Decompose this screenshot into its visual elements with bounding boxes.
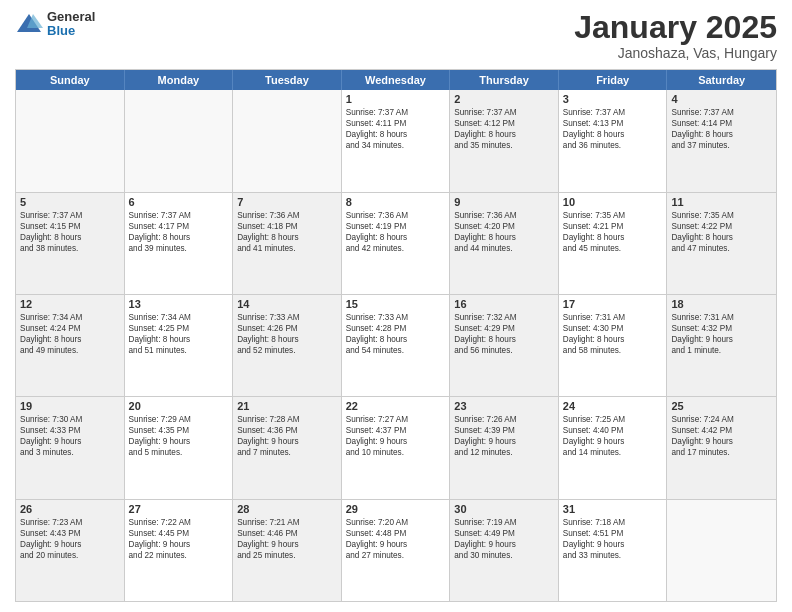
day-info: Sunrise: 7:37 AM Sunset: 4:11 PM Dayligh… — [346, 107, 446, 151]
calendar-cell: 23Sunrise: 7:26 AM Sunset: 4:39 PM Dayli… — [450, 397, 559, 498]
calendar-cell: 17Sunrise: 7:31 AM Sunset: 4:30 PM Dayli… — [559, 295, 668, 396]
calendar-cell: 25Sunrise: 7:24 AM Sunset: 4:42 PM Dayli… — [667, 397, 776, 498]
day-number: 13 — [129, 298, 229, 310]
logo-general-label: General — [47, 10, 95, 24]
calendar-cell: 9Sunrise: 7:36 AM Sunset: 4:20 PM Daylig… — [450, 193, 559, 294]
day-info: Sunrise: 7:32 AM Sunset: 4:29 PM Dayligh… — [454, 312, 554, 356]
day-number: 4 — [671, 93, 772, 105]
day-info: Sunrise: 7:30 AM Sunset: 4:33 PM Dayligh… — [20, 414, 120, 458]
day-info: Sunrise: 7:31 AM Sunset: 4:30 PM Dayligh… — [563, 312, 663, 356]
location-subtitle: Janoshaza, Vas, Hungary — [574, 45, 777, 61]
calendar-row: 19Sunrise: 7:30 AM Sunset: 4:33 PM Dayli… — [16, 397, 776, 499]
day-info: Sunrise: 7:34 AM Sunset: 4:25 PM Dayligh… — [129, 312, 229, 356]
day-number: 16 — [454, 298, 554, 310]
day-info: Sunrise: 7:25 AM Sunset: 4:40 PM Dayligh… — [563, 414, 663, 458]
day-number: 24 — [563, 400, 663, 412]
weekday-header: Friday — [559, 70, 668, 90]
day-info: Sunrise: 7:22 AM Sunset: 4:45 PM Dayligh… — [129, 517, 229, 561]
day-info: Sunrise: 7:26 AM Sunset: 4:39 PM Dayligh… — [454, 414, 554, 458]
weekday-header: Monday — [125, 70, 234, 90]
day-info: Sunrise: 7:36 AM Sunset: 4:20 PM Dayligh… — [454, 210, 554, 254]
calendar-cell: 22Sunrise: 7:27 AM Sunset: 4:37 PM Dayli… — [342, 397, 451, 498]
day-info: Sunrise: 7:31 AM Sunset: 4:32 PM Dayligh… — [671, 312, 772, 356]
day-number: 6 — [129, 196, 229, 208]
calendar-cell: 27Sunrise: 7:22 AM Sunset: 4:45 PM Dayli… — [125, 500, 234, 601]
day-number: 25 — [671, 400, 772, 412]
calendar-cell — [233, 90, 342, 191]
calendar-cell: 2Sunrise: 7:37 AM Sunset: 4:12 PM Daylig… — [450, 90, 559, 191]
day-number: 10 — [563, 196, 663, 208]
day-info: Sunrise: 7:23 AM Sunset: 4:43 PM Dayligh… — [20, 517, 120, 561]
day-info: Sunrise: 7:20 AM Sunset: 4:48 PM Dayligh… — [346, 517, 446, 561]
day-number: 18 — [671, 298, 772, 310]
weekday-header: Tuesday — [233, 70, 342, 90]
calendar-header: SundayMondayTuesdayWednesdayThursdayFrid… — [16, 70, 776, 90]
calendar-cell: 29Sunrise: 7:20 AM Sunset: 4:48 PM Dayli… — [342, 500, 451, 601]
day-info: Sunrise: 7:19 AM Sunset: 4:49 PM Dayligh… — [454, 517, 554, 561]
day-number: 30 — [454, 503, 554, 515]
day-number: 5 — [20, 196, 120, 208]
day-info: Sunrise: 7:37 AM Sunset: 4:13 PM Dayligh… — [563, 107, 663, 151]
calendar-cell: 12Sunrise: 7:34 AM Sunset: 4:24 PM Dayli… — [16, 295, 125, 396]
weekday-header: Sunday — [16, 70, 125, 90]
day-number: 14 — [237, 298, 337, 310]
calendar: SundayMondayTuesdayWednesdayThursdayFrid… — [15, 69, 777, 602]
calendar-cell: 16Sunrise: 7:32 AM Sunset: 4:29 PM Dayli… — [450, 295, 559, 396]
day-info: Sunrise: 7:24 AM Sunset: 4:42 PM Dayligh… — [671, 414, 772, 458]
calendar-cell: 5Sunrise: 7:37 AM Sunset: 4:15 PM Daylig… — [16, 193, 125, 294]
calendar-cell: 24Sunrise: 7:25 AM Sunset: 4:40 PM Dayli… — [559, 397, 668, 498]
day-info: Sunrise: 7:29 AM Sunset: 4:35 PM Dayligh… — [129, 414, 229, 458]
title-block: January 2025 Janoshaza, Vas, Hungary — [574, 10, 777, 61]
calendar-cell: 15Sunrise: 7:33 AM Sunset: 4:28 PM Dayli… — [342, 295, 451, 396]
calendar-row: 1Sunrise: 7:37 AM Sunset: 4:11 PM Daylig… — [16, 90, 776, 192]
calendar-cell: 26Sunrise: 7:23 AM Sunset: 4:43 PM Dayli… — [16, 500, 125, 601]
calendar-cell: 3Sunrise: 7:37 AM Sunset: 4:13 PM Daylig… — [559, 90, 668, 191]
calendar-cell: 6Sunrise: 7:37 AM Sunset: 4:17 PM Daylig… — [125, 193, 234, 294]
calendar-cell: 8Sunrise: 7:36 AM Sunset: 4:19 PM Daylig… — [342, 193, 451, 294]
day-number: 26 — [20, 503, 120, 515]
calendar-cell: 18Sunrise: 7:31 AM Sunset: 4:32 PM Dayli… — [667, 295, 776, 396]
day-number: 1 — [346, 93, 446, 105]
calendar-cell: 11Sunrise: 7:35 AM Sunset: 4:22 PM Dayli… — [667, 193, 776, 294]
day-info: Sunrise: 7:21 AM Sunset: 4:46 PM Dayligh… — [237, 517, 337, 561]
logo-blue-label: Blue — [47, 24, 95, 38]
logo: General Blue — [15, 10, 95, 39]
day-number: 7 — [237, 196, 337, 208]
day-info: Sunrise: 7:37 AM Sunset: 4:14 PM Dayligh… — [671, 107, 772, 151]
day-info: Sunrise: 7:34 AM Sunset: 4:24 PM Dayligh… — [20, 312, 120, 356]
logo-icon — [15, 10, 43, 38]
day-number: 15 — [346, 298, 446, 310]
calendar-row: 5Sunrise: 7:37 AM Sunset: 4:15 PM Daylig… — [16, 193, 776, 295]
calendar-cell: 20Sunrise: 7:29 AM Sunset: 4:35 PM Dayli… — [125, 397, 234, 498]
day-info: Sunrise: 7:35 AM Sunset: 4:21 PM Dayligh… — [563, 210, 663, 254]
day-info: Sunrise: 7:27 AM Sunset: 4:37 PM Dayligh… — [346, 414, 446, 458]
calendar-cell: 10Sunrise: 7:35 AM Sunset: 4:21 PM Dayli… — [559, 193, 668, 294]
calendar-cell: 4Sunrise: 7:37 AM Sunset: 4:14 PM Daylig… — [667, 90, 776, 191]
day-number: 22 — [346, 400, 446, 412]
logo-text: General Blue — [47, 10, 95, 39]
day-number: 27 — [129, 503, 229, 515]
day-info: Sunrise: 7:37 AM Sunset: 4:15 PM Dayligh… — [20, 210, 120, 254]
day-info: Sunrise: 7:18 AM Sunset: 4:51 PM Dayligh… — [563, 517, 663, 561]
day-number: 9 — [454, 196, 554, 208]
day-info: Sunrise: 7:33 AM Sunset: 4:28 PM Dayligh… — [346, 312, 446, 356]
day-number: 20 — [129, 400, 229, 412]
day-number: 21 — [237, 400, 337, 412]
day-number: 28 — [237, 503, 337, 515]
day-number: 12 — [20, 298, 120, 310]
day-number: 29 — [346, 503, 446, 515]
calendar-cell: 13Sunrise: 7:34 AM Sunset: 4:25 PM Dayli… — [125, 295, 234, 396]
header: General Blue January 2025 Janoshaza, Vas… — [15, 10, 777, 61]
calendar-cell: 14Sunrise: 7:33 AM Sunset: 4:26 PM Dayli… — [233, 295, 342, 396]
page: General Blue January 2025 Janoshaza, Vas… — [0, 0, 792, 612]
calendar-cell: 30Sunrise: 7:19 AM Sunset: 4:49 PM Dayli… — [450, 500, 559, 601]
day-info: Sunrise: 7:28 AM Sunset: 4:36 PM Dayligh… — [237, 414, 337, 458]
day-number: 11 — [671, 196, 772, 208]
day-info: Sunrise: 7:35 AM Sunset: 4:22 PM Dayligh… — [671, 210, 772, 254]
day-info: Sunrise: 7:33 AM Sunset: 4:26 PM Dayligh… — [237, 312, 337, 356]
calendar-cell: 1Sunrise: 7:37 AM Sunset: 4:11 PM Daylig… — [342, 90, 451, 191]
day-number: 19 — [20, 400, 120, 412]
calendar-cell: 7Sunrise: 7:36 AM Sunset: 4:18 PM Daylig… — [233, 193, 342, 294]
day-number: 8 — [346, 196, 446, 208]
day-number: 31 — [563, 503, 663, 515]
